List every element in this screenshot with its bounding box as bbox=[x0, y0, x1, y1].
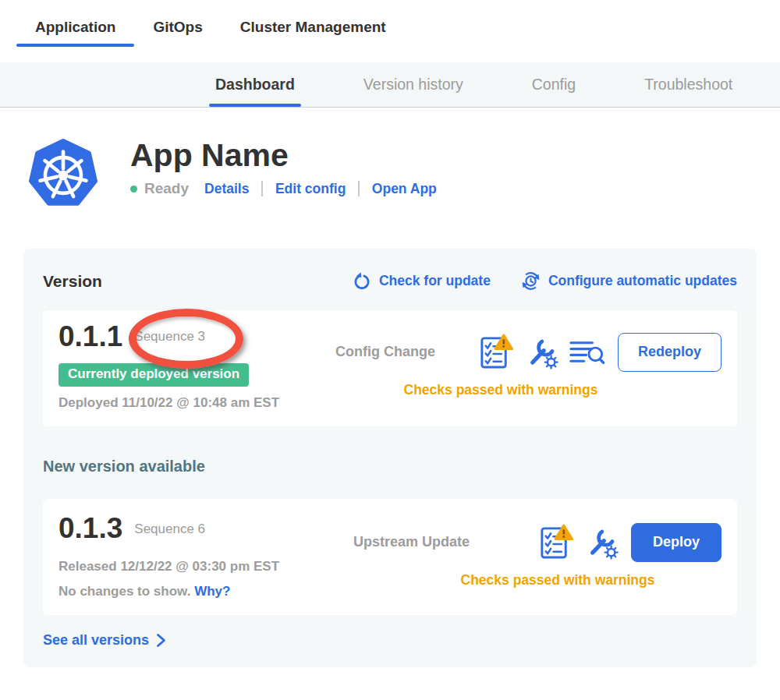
tab-cluster-management[interactable]: Cluster Management bbox=[222, 19, 405, 52]
tab-application[interactable]: Application bbox=[16, 19, 134, 52]
available-version-sequence: Sequence 6 bbox=[134, 521, 205, 537]
redeploy-button[interactable]: Redeploy bbox=[618, 333, 722, 372]
app-header: App Name Ready Details Edit config Open … bbox=[27, 136, 780, 211]
page-title: App Name bbox=[130, 138, 437, 173]
details-link[interactable]: Details bbox=[204, 181, 249, 197]
current-version-number: 0.1.1 bbox=[58, 320, 122, 354]
version-panel-header: Version Check for update Configure bbox=[43, 270, 737, 292]
refresh-icon bbox=[352, 271, 372, 292]
open-app-link[interactable]: Open App bbox=[372, 181, 437, 197]
see-all-versions-link[interactable]: See all versions bbox=[43, 632, 166, 649]
status-text: Ready bbox=[144, 180, 189, 197]
tab-dashboard[interactable]: Dashboard bbox=[215, 62, 295, 107]
tab-troubleshoot[interactable]: Troubleshoot bbox=[644, 62, 732, 107]
divider bbox=[358, 181, 360, 196]
current-version-sequence: Sequence 3 bbox=[134, 329, 205, 345]
edit-config-icon[interactable] bbox=[583, 525, 619, 560]
new-version-heading: New version available bbox=[43, 458, 737, 476]
tab-gitops[interactable]: GitOps bbox=[134, 19, 221, 52]
currently-deployed-badge: Currently deployed version bbox=[58, 363, 249, 387]
check-for-update-link[interactable]: Check for update bbox=[352, 271, 491, 292]
configure-automatic-updates-link[interactable]: Configure automatic updates bbox=[520, 270, 737, 292]
divider bbox=[261, 181, 263, 196]
version-type-label: Upstream Update bbox=[353, 534, 470, 550]
version-panel-title: Version bbox=[43, 272, 102, 291]
app-status-row: Ready Details Edit config Open App bbox=[130, 180, 437, 197]
kubernetes-logo bbox=[27, 136, 99, 211]
chevron-right-icon bbox=[156, 633, 166, 648]
clock-arrows-icon bbox=[520, 270, 541, 292]
no-changes-text: No changes to show. Why? bbox=[58, 584, 316, 599]
version-type-label: Config Change bbox=[335, 344, 435, 360]
available-version-number: 0.1.3 bbox=[58, 511, 122, 546]
tab-version-history[interactable]: Version history bbox=[363, 62, 463, 107]
why-link[interactable]: Why? bbox=[194, 584, 230, 599]
released-timestamp: Released 12/12/22 @ 03:30 pm EST bbox=[58, 559, 316, 574]
edit-config-link[interactable]: Edit config bbox=[275, 181, 346, 197]
checks-status-link[interactable]: Checks passed with warnings bbox=[316, 572, 722, 589]
available-version-row: 0.1.3 Sequence 6 Released 12/12/22 @ 03:… bbox=[43, 499, 737, 614]
checks-status-link[interactable]: Checks passed with warnings bbox=[316, 382, 722, 398]
deploy-button[interactable]: Deploy bbox=[631, 523, 722, 562]
primary-nav: Application GitOps Cluster Management bbox=[0, 0, 780, 62]
view-diff-icon[interactable] bbox=[569, 334, 605, 370]
preflight-checks-icon[interactable] bbox=[537, 524, 573, 560]
edit-config-icon[interactable] bbox=[523, 334, 558, 369]
status-dot bbox=[130, 186, 137, 193]
version-panel: Version Check for update Configure bbox=[23, 249, 757, 667]
preflight-checks-icon[interactable] bbox=[477, 334, 513, 370]
tab-config[interactable]: Config bbox=[532, 62, 576, 107]
current-version-row: 0.1.1 Sequence 3 Currently deployed vers… bbox=[43, 310, 737, 426]
deployed-timestamp: Deployed 11/10/22 @ 10:48 am EST bbox=[58, 395, 316, 411]
app-sub-nav: Dashboard Version history Config Trouble… bbox=[0, 62, 780, 108]
